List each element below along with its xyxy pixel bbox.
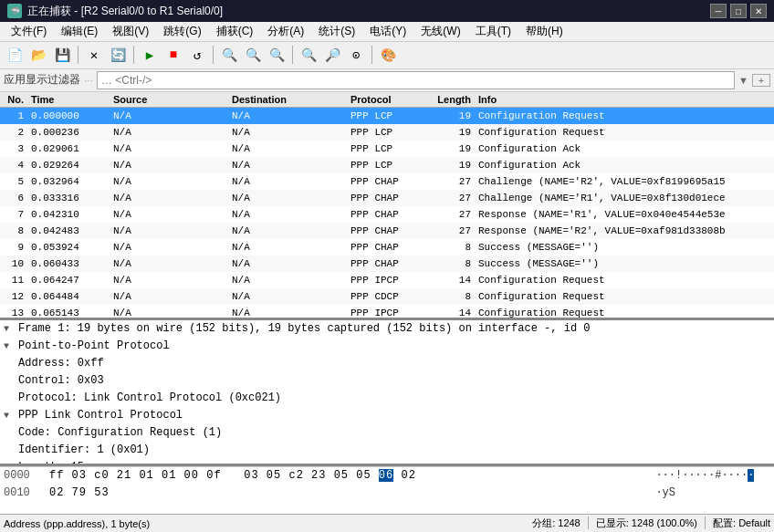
cell-no: 3 [0, 141, 27, 156]
expand-icon [4, 425, 18, 441]
detail-item[interactable]: Identifier: 1 (0x01) [0, 442, 774, 459]
detail-text: Identifier: 1 (0x01) [18, 443, 770, 458]
hex-dump: 0000 ff 03 c0 21 01 01 00 0f 03 05 c2 23… [0, 466, 774, 514]
cell-dst: N/A [228, 191, 347, 205]
toolbar-save[interactable]: 💾 [51, 44, 73, 66]
toolbar-restart[interactable]: ↺ [186, 44, 208, 66]
table-row[interactable]: 13 0.065143 N/A N/A PPP IPCP 14 Configur… [0, 305, 774, 318]
toolbar-zoom-out[interactable]: 🔎 [321, 44, 343, 66]
maximize-button[interactable]: □ [730, 4, 747, 18]
cell-no: 13 [0, 306, 27, 318]
status-profile: 配置: Default [713, 516, 770, 530]
cell-dst: N/A [228, 141, 347, 156]
menu-capture[interactable]: 捕获(C) [209, 22, 261, 41]
close-button[interactable]: ✕ [750, 4, 767, 18]
cell-dst: N/A [228, 174, 347, 189]
detail-text: Frame 1: 19 bytes on wire (152 bits), 19… [18, 321, 770, 337]
cell-info: Challenge (NAME='R2', VALUE=0xf8199695a1… [475, 174, 774, 189]
toolbar-start[interactable]: ▶ [139, 44, 161, 66]
cell-proto: PPP CHAP [347, 224, 420, 238]
cell-no: 9 [0, 240, 27, 255]
toolbar-filter1[interactable]: 🔍 [218, 44, 240, 66]
hex-offset-0: 0000 [4, 468, 49, 484]
detail-text: Code: Configuration Request (1) [18, 425, 770, 441]
toolbar-color[interactable]: 🎨 [377, 44, 399, 66]
menu-go[interactable]: 跳转(G) [156, 22, 208, 41]
status-packets: 分组: 1248 [532, 516, 580, 530]
menu-help[interactable]: 帮助(H) [518, 22, 570, 41]
toolbar-stop[interactable]: ■ [162, 44, 184, 66]
table-row[interactable]: 2 0.000236 N/A N/A PPP LCP 19 Configurat… [0, 124, 774, 141]
toolbar-zoom-in[interactable]: 🔍 [298, 44, 319, 66]
status-left[interactable]: Address (ppp.address), 1 byte(s) [4, 518, 532, 529]
cell-info: Success (MESSAGE='') [475, 240, 774, 255]
packet-list-body: 1 0.000000 N/A N/A PPP LCP 19 Configurat… [0, 108, 774, 318]
cell-len: 19 [420, 125, 475, 140]
filter-input[interactable] [97, 71, 735, 89]
detail-item[interactable]: Protocol: Link Control Protocol (0xc021) [0, 390, 774, 407]
expand-icon [4, 373, 18, 389]
table-row[interactable]: 11 0.064247 N/A N/A PPP IPCP 14 Configur… [0, 272, 774, 288]
cell-proto: PPP IPCP [347, 306, 420, 318]
cell-time: 0.053924 [27, 240, 110, 255]
detail-text: Protocol: Link Control Protocol (0xc021) [18, 391, 770, 406]
cell-info: Configuration Request [475, 273, 774, 287]
cell-info: Challenge (NAME='R1', VALUE=0x8f130d01ec… [475, 191, 774, 205]
detail-text: Control: 0x03 [18, 373, 770, 389]
menu-stats[interactable]: 统计(S) [311, 22, 362, 41]
cell-time: 0.042310 [27, 207, 110, 222]
cell-len: 27 [420, 224, 475, 238]
toolbar-filter2[interactable]: 🔍 [242, 44, 264, 66]
toolbar-new[interactable]: 📄 [4, 44, 26, 66]
table-row[interactable]: 1 0.000000 N/A N/A PPP LCP 19 Configurat… [0, 108, 774, 124]
menu-edit[interactable]: 编辑(E) [54, 22, 105, 41]
menu-file[interactable]: 文件(F) [4, 22, 54, 41]
table-row[interactable]: 7 0.042310 N/A N/A PPP CHAP 27 Response … [0, 206, 774, 223]
toolbar-sep4 [292, 46, 293, 64]
cell-len: 14 [420, 306, 475, 318]
filter-hint: ▼ [738, 75, 748, 86]
table-row[interactable]: 9 0.053924 N/A N/A PPP CHAP 8 Success (M… [0, 239, 774, 256]
detail-item[interactable]: ▼ Frame 1: 19 bytes on wire (152 bits), … [0, 320, 774, 338]
menu-phone[interactable]: 电话(Y) [362, 22, 413, 41]
detail-item[interactable]: ▼ Point-to-Point Protocol [0, 338, 774, 355]
detail-item[interactable]: Address: 0xff [0, 355, 774, 372]
menu-view[interactable]: 视图(V) [105, 22, 156, 41]
toolbar-open[interactable]: 📂 [27, 44, 49, 66]
table-row[interactable]: 10 0.060433 N/A N/A PPP CHAP 8 Success (… [0, 256, 774, 272]
table-row[interactable]: 12 0.064484 N/A N/A PPP CDCP 8 Configura… [0, 288, 774, 305]
menu-analyze[interactable]: 分析(A) [260, 22, 311, 41]
status-displayed: 已显示: 1248 (100.0%) [596, 516, 697, 530]
cell-info: Success (MESSAGE='') [475, 256, 774, 271]
cell-no: 4 [0, 158, 27, 172]
status-sep1 [588, 516, 589, 529]
detail-item[interactable]: Control: 0x03 [0, 372, 774, 390]
cell-proto: PPP LCP [347, 158, 420, 172]
cell-dst: N/A [228, 125, 347, 140]
table-row[interactable]: 5 0.032964 N/A N/A PPP CHAP 27 Challenge… [0, 173, 774, 190]
menu-wireless[interactable]: 无线(W) [413, 22, 467, 41]
col-header-time: Time [27, 94, 110, 105]
window-controls: ─ □ ✕ [710, 4, 767, 18]
col-header-dst: Destination [228, 94, 347, 105]
table-row[interactable]: 3 0.029061 N/A N/A PPP LCP 19 Configurat… [0, 141, 774, 157]
cell-dst: N/A [228, 240, 347, 255]
table-row[interactable]: 4 0.029264 N/A N/A PPP LCP 19 Configurat… [0, 157, 774, 173]
toolbar-filter3[interactable]: 🔍 [266, 44, 288, 66]
toolbar-close[interactable]: ✕ [83, 44, 105, 66]
table-row[interactable]: 8 0.042483 N/A N/A PPP CHAP 27 Response … [0, 223, 774, 239]
table-row[interactable]: 6 0.033316 N/A N/A PPP CHAP 27 Challenge… [0, 190, 774, 206]
cell-src: N/A [110, 306, 228, 318]
minimize-button[interactable]: ─ [710, 4, 727, 18]
detail-item[interactable]: Length: 15 [0, 459, 774, 466]
toolbar-zoom-reset[interactable]: ⊙ [345, 44, 367, 66]
cell-info: Configuration Request [475, 125, 774, 140]
cell-proto: PPP CHAP [347, 240, 420, 255]
filter-sep: ··· [84, 74, 93, 87]
cell-info: Configuration Request [475, 109, 774, 123]
detail-item[interactable]: Code: Configuration Request (1) [0, 424, 774, 442]
menu-tools[interactable]: 工具(T) [468, 22, 518, 41]
cell-time: 0.064247 [27, 273, 110, 287]
toolbar-reload[interactable]: 🔄 [107, 44, 129, 66]
detail-item[interactable]: ▼ PPP Link Control Protocol [0, 407, 774, 424]
